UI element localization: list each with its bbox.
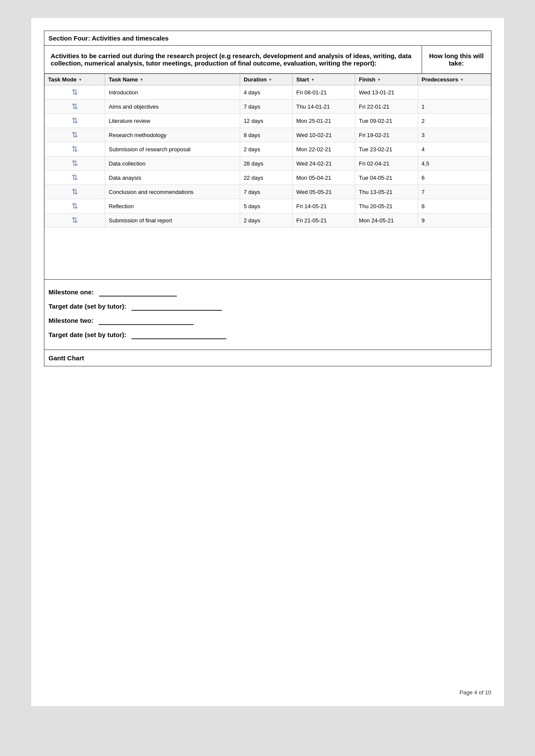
section-title: Section Four: Activities and timescales bbox=[44, 31, 491, 46]
col-duration-label: Duration bbox=[244, 76, 266, 83]
finish-cell: Fri 19-02-21 bbox=[355, 128, 418, 142]
predecessors-cell: 4,5 bbox=[418, 156, 491, 171]
duration-cell: 2 days bbox=[240, 213, 293, 228]
task-name-cell: Research methodology bbox=[105, 128, 240, 142]
col-finish[interactable]: Finish ▼ bbox=[355, 74, 418, 85]
gantt-section: Gantt Chart bbox=[44, 350, 491, 366]
predecessors-cell: 1 bbox=[418, 100, 491, 114]
col-start[interactable]: Start ▼ bbox=[293, 74, 355, 85]
start-cell: Fri 14-05-21 bbox=[293, 199, 355, 213]
task-mode-cell: ⇅ bbox=[44, 142, 105, 156]
duration-cell: 4 days bbox=[240, 85, 293, 100]
task-mode-cell: ⇅ bbox=[44, 114, 105, 128]
col-predecessors[interactable]: Predecessors ▼ bbox=[418, 74, 491, 85]
sort-arrow-start: ▼ bbox=[311, 78, 315, 82]
sort-arrow-task-mode: ▼ bbox=[78, 78, 82, 82]
task-mode-cell: ⇅ bbox=[44, 85, 105, 100]
predecessors-cell: 4 bbox=[418, 142, 491, 156]
finish-cell: Mon 24-05-21 bbox=[355, 213, 418, 228]
predecessors-cell: 3 bbox=[418, 128, 491, 142]
task-mode-cell: ⇅ bbox=[44, 156, 105, 171]
task-name-cell: Literature review bbox=[105, 114, 240, 128]
milestone-one-line: Milestone one: bbox=[49, 288, 487, 297]
duration-cell: 5 days bbox=[240, 199, 293, 213]
table-row: ⇅Aims and objectives7 daysThu 14-01-21Fr… bbox=[44, 100, 491, 114]
empty-rows bbox=[44, 228, 491, 279]
task-name-cell: Data anaysis bbox=[105, 171, 240, 185]
duration-cell: 7 days bbox=[240, 100, 293, 114]
duration-cell: 7 days bbox=[240, 185, 293, 199]
table-row: ⇅Research methodology8 daysWed 10-02-21F… bbox=[44, 128, 491, 142]
activity-description-text: Activities to be carried out during the … bbox=[51, 52, 412, 67]
target-date-one-line: Target date (set by tutor): bbox=[49, 303, 487, 311]
duration-cell: 12 days bbox=[240, 114, 293, 128]
target-date-two-blank[interactable] bbox=[131, 331, 226, 339]
milestones-section: Milestone one: Target date (set by tutor… bbox=[44, 280, 491, 350]
target-date-two-line: Target date (set by tutor): bbox=[49, 331, 487, 339]
table-row: ⇅Conclusion and recommendations7 daysWed… bbox=[44, 185, 491, 199]
sort-arrow-task-name: ▼ bbox=[140, 78, 144, 82]
col-finish-label: Finish bbox=[359, 76, 375, 83]
finish-cell: Tue 04-05-21 bbox=[355, 171, 418, 185]
milestone-two-blank[interactable] bbox=[99, 317, 194, 325]
finish-cell: Thu 13-05-21 bbox=[355, 185, 418, 199]
target-date-one-blank[interactable] bbox=[131, 303, 222, 311]
start-cell: Mon 25-01-21 bbox=[293, 114, 355, 128]
sort-arrow-predecessors: ▼ bbox=[460, 78, 464, 82]
duration-cell: 28 days bbox=[240, 156, 293, 171]
finish-cell: Wed 13-01-21 bbox=[355, 85, 418, 100]
finish-cell: Fri 22-01-21 bbox=[355, 100, 418, 114]
sort-arrow-finish: ▼ bbox=[377, 78, 381, 82]
predecessors-cell: 6 bbox=[418, 171, 491, 185]
predecessors-cell bbox=[418, 85, 491, 100]
gantt-label: Gantt Chart bbox=[49, 354, 84, 362]
task-mode-cell: ⇅ bbox=[44, 185, 105, 199]
col-task-mode-label: Task Mode bbox=[48, 76, 77, 83]
table-row: ⇅Reflection5 daysFri 14-05-21Thu 20-05-2… bbox=[44, 199, 491, 213]
col-task-name[interactable]: Task Name ▼ bbox=[105, 74, 240, 85]
task-name-cell: Data collection bbox=[105, 156, 240, 171]
task-name-cell: Submission of final report bbox=[105, 213, 240, 228]
start-cell: Wed 05-05-21 bbox=[293, 185, 355, 199]
task-name-cell: Submission of research proposal bbox=[105, 142, 240, 156]
predecessors-cell: 8 bbox=[418, 199, 491, 213]
how-long-section: How long this will take: bbox=[422, 46, 491, 73]
col-task-name-label: Task Name bbox=[109, 76, 138, 83]
task-mode-cell: ⇅ bbox=[44, 199, 105, 213]
milestone-two-line: Milestone two: bbox=[49, 317, 487, 325]
table-row: ⇅Submission of final report2 daysFri 21-… bbox=[44, 213, 491, 228]
activity-description: Activities to be carried out during the … bbox=[44, 46, 422, 73]
target-date-one-label: Target date (set by tutor): bbox=[49, 303, 127, 310]
target-date-two-label: Target date (set by tutor): bbox=[49, 331, 127, 338]
start-cell: Wed 24-02-21 bbox=[293, 156, 355, 171]
task-table: Task Mode ▼ Task Name ▼ Duration ▼ bbox=[44, 74, 491, 228]
task-name-cell: Reflection bbox=[105, 199, 240, 213]
top-content: Activities to be carried out during the … bbox=[44, 46, 491, 74]
duration-cell: 22 days bbox=[240, 171, 293, 185]
start-cell: Fri 08-01-21 bbox=[293, 85, 355, 100]
predecessors-cell: 9 bbox=[418, 213, 491, 228]
task-table-section: Task Mode ▼ Task Name ▼ Duration ▼ bbox=[44, 74, 491, 280]
how-long-label: How long this will take: bbox=[429, 52, 485, 67]
finish-cell: Fri 02-04-21 bbox=[355, 156, 418, 171]
table-row: ⇅Introduction4 daysFri 08-01-21Wed 13-01… bbox=[44, 85, 491, 100]
start-cell: Mon 05-04-21 bbox=[293, 171, 355, 185]
milestone-one-blank[interactable] bbox=[99, 288, 177, 297]
col-duration[interactable]: Duration ▼ bbox=[240, 74, 293, 85]
milestone-one-label: Milestone one: bbox=[49, 288, 94, 296]
col-predecessors-label: Predecessors bbox=[422, 76, 458, 83]
task-mode-cell: ⇅ bbox=[44, 213, 105, 228]
finish-cell: Thu 20-05-21 bbox=[355, 199, 418, 213]
col-task-mode[interactable]: Task Mode ▼ bbox=[44, 74, 105, 85]
table-header-row: Task Mode ▼ Task Name ▼ Duration ▼ bbox=[44, 74, 491, 85]
task-name-cell: Aims and objectives bbox=[105, 100, 240, 114]
task-name-cell: Introduction bbox=[105, 85, 240, 100]
finish-cell: Tue 09-02-21 bbox=[355, 114, 418, 128]
milestone-two-label: Milestone two: bbox=[49, 317, 94, 324]
duration-cell: 2 days bbox=[240, 142, 293, 156]
predecessors-cell: 7 bbox=[418, 185, 491, 199]
start-cell: Wed 10-02-21 bbox=[293, 128, 355, 142]
start-cell: Mon 22-02-21 bbox=[293, 142, 355, 156]
task-mode-cell: ⇅ bbox=[44, 128, 105, 142]
predecessors-cell: 2 bbox=[418, 114, 491, 128]
